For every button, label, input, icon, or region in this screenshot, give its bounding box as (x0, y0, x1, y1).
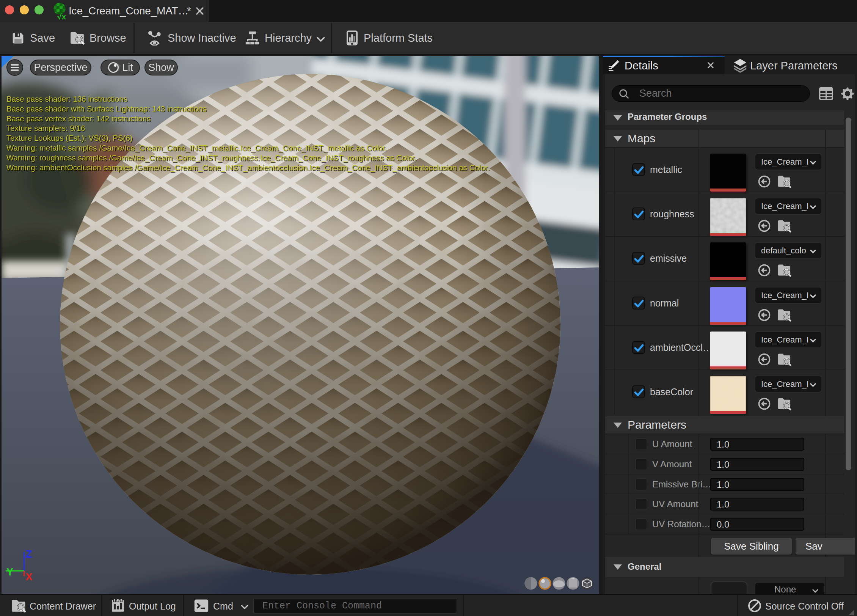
svg-text:X: X (26, 571, 33, 583)
svg-text:Z: Z (26, 548, 32, 560)
svg-text:Y: Y (6, 566, 13, 578)
svg-text:√x: √x (57, 12, 66, 20)
